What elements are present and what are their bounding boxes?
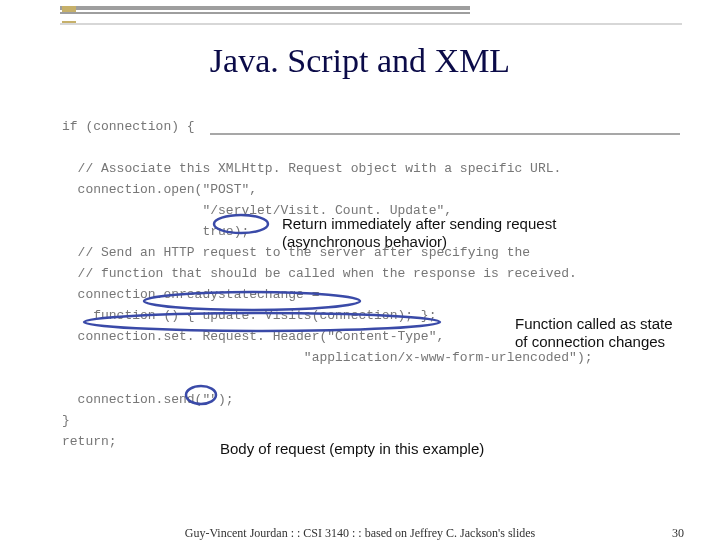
svg-point-2 [84, 313, 440, 331]
annotation-function: Function called as state of connection c… [515, 315, 685, 351]
annotation-async: Return immediately after sending request… [282, 215, 556, 251]
svg-point-0 [214, 215, 268, 233]
annotation-body: Body of request (empty in this example) [220, 440, 484, 458]
top-border-thick [60, 6, 470, 10]
highlight-ellipse-send-arg [184, 384, 218, 406]
highlight-ellipse-true [212, 213, 270, 235]
slide-title: Java. Script and XML [0, 42, 720, 80]
svg-point-1 [144, 292, 360, 310]
highlight-ellipse-onreadystatechange [142, 290, 362, 312]
svg-point-3 [186, 386, 216, 404]
page-number: 30 [672, 526, 684, 540]
accent-block [62, 6, 76, 12]
top-border-light [60, 23, 682, 25]
footer-text: Guy-Vincent Jourdan : : CSI 3140 : : bas… [0, 526, 720, 540]
top-border-thin [60, 12, 470, 14]
code-block: if (connection) { // Associate this XMLH… [62, 116, 690, 452]
highlight-ellipse-function [82, 311, 442, 333]
accent-block-small [62, 21, 76, 23]
